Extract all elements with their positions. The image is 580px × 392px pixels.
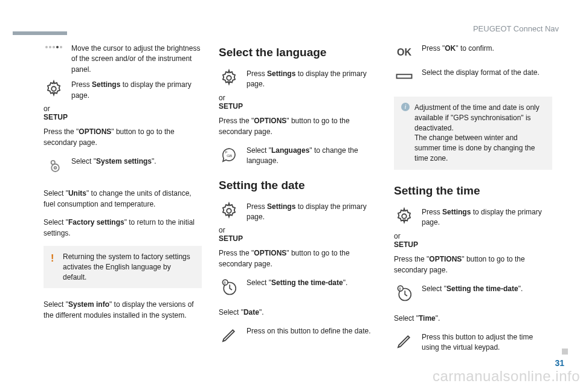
languages-item: FGB Select "Languages" to change the lan… [219, 144, 377, 167]
settings-item-lang: Press Settings to display the primary pa… [219, 68, 377, 90]
heading-date: Setting the date [219, 179, 377, 192]
brightness-desc: Move the cursor to adjust the brightness… [71, 42, 202, 75]
pencil-icon [219, 325, 239, 345]
t-bold: Settings [267, 69, 295, 78]
t: Select " [71, 157, 96, 165]
gear-icon [219, 201, 239, 221]
t-bold: Settings [92, 80, 120, 89]
factory-para: Select "Factory settings" to return to t… [44, 217, 202, 239]
watermark: carmanualsonline.info [433, 368, 580, 385]
or-setup-3: or SETUP [394, 232, 552, 249]
t: " to confirm. [456, 44, 494, 53]
or-label: or [44, 104, 202, 113]
top-accent-bar [13, 31, 67, 35]
language-bubble-icon: FGB [219, 144, 239, 165]
svg-point-4 [227, 76, 231, 80]
t-bold: Time [419, 314, 436, 323]
page-number: 31 [555, 358, 564, 368]
t: Select " [44, 218, 68, 227]
t-bold: Units [68, 189, 86, 198]
svg-text:8: 8 [224, 280, 226, 284]
options-para-2b: Press the "OPTIONS" button to go to the … [219, 248, 377, 269]
setup-label: SETUP [219, 234, 377, 243]
heading-time: Setting the time [394, 184, 552, 198]
format-bar-icon [394, 66, 414, 87]
svg-point-2 [51, 164, 59, 172]
t: ". [343, 278, 348, 287]
settings-item: Press Settings to display the primary pa… [44, 79, 202, 101]
t-bold: System settings [96, 157, 152, 165]
t-bold: Setting the time-date [271, 278, 343, 287]
settings-text-lang: Press Settings to display the primary pa… [246, 68, 377, 90]
svg-text:8: 8 [399, 286, 401, 291]
format-text: Select the display format of the date. [422, 66, 540, 78]
setup-label: SETUP [219, 102, 377, 111]
ok-text: Press "OK" to confirm. [422, 42, 494, 54]
format-item: Select the display format of the date. [394, 66, 552, 87]
gear-small-icon [44, 155, 64, 176]
t-bold: Factory settings [68, 218, 124, 227]
gear-icon [219, 68, 239, 88]
options-para-2a: Press the "OPTIONS" button to go to the … [219, 115, 377, 137]
settings-text-date: Press Settings to display the primary pa… [246, 201, 377, 223]
warning-note: ! Returning the system to factory settin… [44, 246, 202, 288]
or-setup-1: or SETUP [44, 104, 202, 121]
options-para-3: Press the "OPTIONS" button to go to the … [394, 254, 552, 275]
column-1: Move the cursor to adjust the brightness… [44, 42, 202, 356]
or-label: or [219, 226, 377, 234]
t-bold: Settings [442, 208, 471, 216]
pencil-icon [394, 331, 414, 352]
side-square-icon [562, 349, 568, 355]
t: Press [71, 80, 92, 89]
slider-dots-icon [44, 43, 64, 51]
t: Press the " [219, 249, 254, 257]
t: Select " [246, 146, 271, 155]
content-columns: Move the cursor to adjust the brightness… [0, 0, 580, 356]
svg-point-7 [227, 208, 231, 213]
t-bold: OPTIONS [79, 127, 111, 136]
t: Press the " [394, 255, 429, 263]
t: Select " [394, 314, 419, 323]
brightness-slider-item: Move the cursor to adjust the brightness… [44, 42, 202, 75]
time-date-item-3: 8 Select "Setting the time-date". [394, 283, 552, 303]
svg-point-0 [51, 86, 56, 91]
t: Select " [219, 308, 243, 316]
system-settings-text: Select "System settings". [71, 155, 156, 167]
svg-rect-11 [397, 74, 412, 78]
t-bold: OPTIONS [429, 255, 462, 263]
or-setup-2b: or SETUP [219, 226, 377, 243]
time-date-text: Select "Setting the time-date". [246, 277, 347, 288]
press-time-text: Press this button to adjust the time usi… [422, 331, 552, 353]
clock-8-icon: 8 [219, 277, 239, 297]
t-bold: Setting the time-date [446, 284, 518, 293]
settings-text: Press Settings to display the primary pa… [71, 79, 202, 101]
gear-icon [44, 79, 64, 99]
t: Press [246, 69, 267, 78]
t-bold: Languages [271, 146, 309, 155]
t-bold: System info [68, 300, 109, 309]
or-label: or [394, 232, 552, 240]
info-note: i Adjustment of the time and date is onl… [394, 97, 552, 170]
t: ". [436, 314, 440, 323]
select-date-para: Select "Date". [219, 307, 377, 318]
t: Select " [44, 189, 68, 198]
t-bold: Settings [267, 202, 295, 211]
t-bold: OPTIONS [254, 249, 286, 257]
column-2: Select the language Press Settings to di… [219, 42, 377, 356]
press-date-text: Press on this button to define the date. [246, 325, 370, 336]
column-3: OK Press "OK" to confirm. Select the dis… [394, 42, 552, 356]
svg-point-3 [54, 167, 57, 169]
press-time-item: Press this button to adjust the time usi… [394, 331, 552, 353]
setup-label: SETUP [44, 113, 202, 121]
settings-item-time: Press Settings to display the primary pa… [394, 206, 552, 228]
setup-label: SETUP [394, 240, 552, 249]
t: Press the " [219, 117, 254, 125]
languages-text: Select "Languages" to change the languag… [246, 144, 377, 167]
info-text: Adjustment of the time and date is only … [414, 103, 545, 164]
settings-text-time: Press Settings to display the primary pa… [422, 206, 552, 228]
t: Select " [422, 284, 446, 293]
time-date-text-3: Select "Setting the time-date". [422, 283, 523, 294]
time-date-item: 8 Select "Setting the time-date". [219, 277, 377, 297]
t-bold: Date [243, 308, 259, 316]
or-setup-2a: or SETUP [219, 94, 377, 111]
